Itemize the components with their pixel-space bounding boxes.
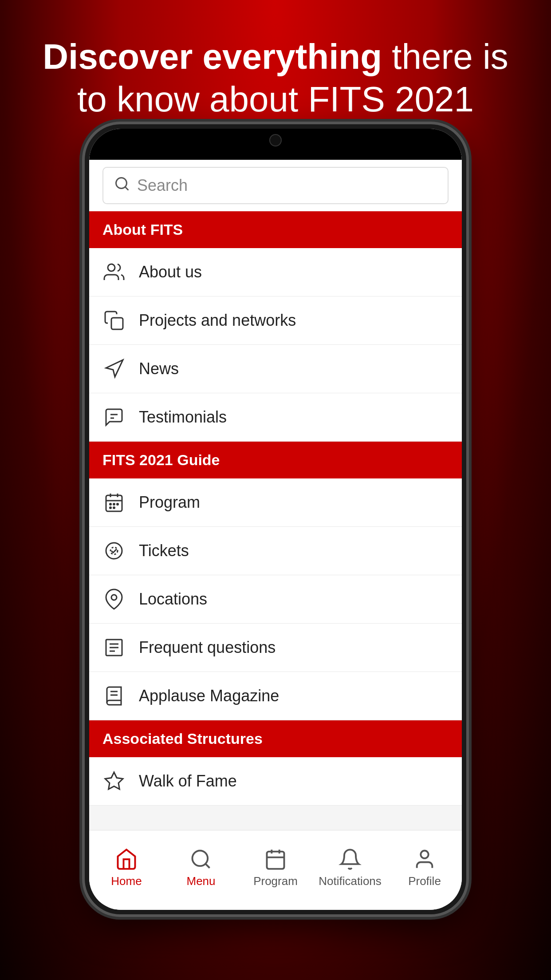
menu-item-locations[interactable]: Locations [89,575,462,624]
locations-label: Locations [139,590,207,609]
nav-item-menu[interactable]: Menu [164,848,238,888]
search-bar[interactable]: Search [102,167,449,204]
nav-notifications-label: Notifications [319,874,382,888]
svg-rect-3 [111,318,123,329]
menu-item-applause-magazine[interactable]: Applause Magazine [89,672,462,720]
menu-list: About FITS About us [89,211,462,830]
list-text-icon [102,636,126,659]
search-container: Search [89,160,462,211]
calendar-icon [102,491,126,514]
phone-screen: Search About FITS About us [89,129,462,910]
news-label: News [139,360,179,378]
nav-item-home[interactable]: Home [89,848,164,888]
section-header-fits-guide: FITS 2021 Guide [89,442,462,478]
menu-item-news[interactable]: News [89,345,462,393]
menu-item-testimonials[interactable]: Testimonials [89,393,462,442]
program-label: Program [139,493,200,512]
bell-icon [338,848,362,871]
calendar-nav-icon [264,848,287,871]
applause-magazine-label: Applause Magazine [139,687,279,705]
menu-item-projects-networks[interactable]: Projects and networks [89,296,462,345]
person-icon [413,848,436,871]
hero-line2: to know about FITS 2021 [77,79,474,119]
svg-line-27 [205,864,209,868]
menu-item-program[interactable]: Program [89,478,462,527]
svg-point-32 [421,851,428,858]
about-us-label: About us [139,263,202,281]
walk-of-fame-label: Walk of Fame [139,772,237,790]
nav-home-label: Home [111,874,142,888]
search-placeholder: Search [137,176,188,195]
tickets-label: Tickets [139,541,189,560]
menu-item-walk-of-fame[interactable]: Walk of Fame [89,757,462,806]
svg-point-18 [111,595,117,600]
nav-item-program[interactable]: Program [238,848,313,888]
document-copy-icon [102,309,126,332]
location-icon [102,588,126,611]
svg-point-26 [193,851,208,866]
nav-menu-label: Menu [186,874,215,888]
svg-marker-4 [106,360,123,377]
nav-program-label: Program [253,874,298,888]
people-icon [102,261,126,284]
nav-item-notifications[interactable]: Notifications [313,848,387,888]
star-icon [102,770,126,793]
navigation-icon [102,357,126,380]
home-icon [115,848,138,871]
menu-item-about-us[interactable]: About us [89,248,462,296]
nav-profile-label: Profile [408,874,441,888]
hero-section: Discover everything there is to know abo… [0,0,551,138]
projects-networks-label: Projects and networks [139,311,296,330]
svg-point-2 [108,264,115,271]
nav-item-profile[interactable]: Profile [387,848,462,888]
section-header-about-fits: About FITS [89,211,462,248]
phone-frame: Search About FITS About us [85,124,466,914]
section-header-associated-structures: Associated Structures [89,720,462,757]
hero-bold-text: Discover everything [43,37,382,76]
chat-icon [102,406,126,429]
menu-item-tickets[interactable]: Tickets [89,527,462,575]
bottom-navigation: Home Menu Program [89,830,462,910]
menu-icon [189,848,213,871]
frequent-questions-label: Frequent questions [139,638,276,657]
search-icon [114,176,130,195]
testimonials-label: Testimonials [139,408,227,427]
hero-normal-text: there is [382,37,508,76]
phone-camera [269,134,282,146]
ticket-icon [102,539,126,562]
book-icon [102,684,126,707]
menu-item-frequent-questions[interactable]: Frequent questions [89,624,462,672]
svg-marker-25 [105,772,123,789]
svg-rect-28 [267,852,284,869]
svg-line-1 [125,187,128,190]
